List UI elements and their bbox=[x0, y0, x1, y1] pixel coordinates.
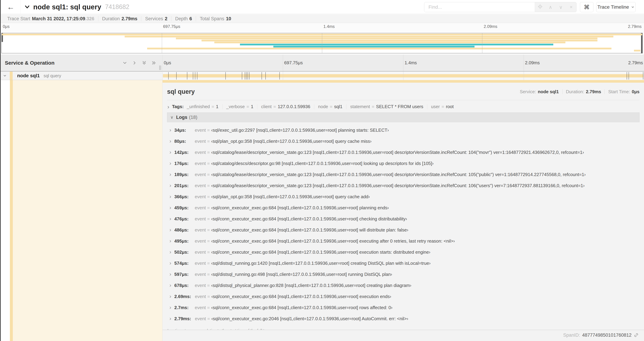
tag-value: 127.0.0.1:59936 bbox=[278, 104, 310, 109]
chevron-right-icon: › bbox=[170, 282, 171, 288]
view-selector-button[interactable]: Trace Timeline bbox=[596, 2, 636, 12]
log-field-value: ‹sql/conn_executor_exec.go:684 [nsql1,cl… bbox=[211, 249, 430, 255]
span-row: node sql1 sql query bbox=[0, 72, 644, 80]
log-entry-row[interactable]: ›597μs:event=‹sql/distsql_running.go:498… bbox=[170, 271, 640, 282]
tag-value: SELECT * FROM users bbox=[376, 104, 423, 109]
duration-value: 2.79ms bbox=[122, 16, 138, 22]
keyboard-shortcuts-button[interactable]: ⌘ bbox=[580, 2, 594, 12]
log-field-value: ‹sql/distsql_running.go:1420 [nsql1,clie… bbox=[211, 261, 430, 266]
total-spans-item: Total Spans 10 bbox=[196, 16, 235, 21]
log-entry-row[interactable]: ›176μs:event=‹sql/catalog/descs/descript… bbox=[170, 160, 640, 171]
log-field-value: ‹sql/catalog/descs/descriptor.go:98 [nsq… bbox=[211, 161, 434, 166]
log-entry-row[interactable]: ›189μs:event=‹sql/catalog/lease/descript… bbox=[170, 171, 640, 182]
back-button[interactable]: ← bbox=[3, 0, 18, 14]
log-entry-row[interactable]: ›574μs:event=‹sql/distsql_running.go:142… bbox=[170, 260, 640, 271]
tag-key: _verbose bbox=[226, 104, 245, 109]
logs-label: Logs bbox=[176, 115, 188, 120]
column-resize-grip[interactable] bbox=[159, 66, 162, 70]
log-entry-row[interactable]: ›495μs:event=‹sql/conn_executor_exec.go:… bbox=[170, 238, 640, 249]
collapse-trace-chevron-icon[interactable] bbox=[24, 4, 30, 10]
log-entry-row[interactable]: ›2.7ms:event=‹sql/conn_executor_exec.go:… bbox=[170, 304, 640, 315]
chevron-right-icon: › bbox=[170, 182, 171, 188]
find-next-icon[interactable]: ∨ bbox=[557, 4, 564, 10]
trace-start-ms: .326 bbox=[85, 16, 94, 21]
deep-link-icon[interactable] bbox=[634, 332, 639, 338]
span-detail-row-tint bbox=[13, 80, 162, 341]
minimap-span-bar bbox=[240, 44, 553, 45]
log-entry-row[interactable]: ›2.79ms:event=‹sql/conn_executor_exec.go… bbox=[170, 315, 640, 327]
span-collapse-chevron-icon[interactable] bbox=[0, 74, 10, 78]
chevron-right-icon: › bbox=[170, 315, 171, 321]
find-clear-icon[interactable]: × bbox=[567, 4, 575, 10]
chevron-right-icon: › bbox=[170, 160, 171, 166]
tag-pair[interactable]: statement=SELECT * FROM users bbox=[346, 104, 427, 109]
expand-all-icon[interactable] bbox=[151, 60, 156, 66]
ruler-tick-label: 0μs bbox=[3, 24, 10, 29]
depth-label: Depth bbox=[175, 16, 188, 22]
expand-one-icon[interactable] bbox=[132, 60, 137, 66]
log-entry-row[interactable]: ›80μs:event=‹sql/plan_opt.go:358 [nsql1,… bbox=[170, 138, 640, 149]
log-tick-mark bbox=[246, 72, 246, 80]
ruler-tick-label: 2.09ms bbox=[525, 60, 540, 66]
log-entry-row[interactable]: ›2.69ms:event=‹sql/conn_executor_exec.go… bbox=[170, 293, 640, 304]
chevron-right-icon: › bbox=[170, 149, 171, 155]
service-value: node sql1 bbox=[538, 89, 559, 94]
trace-minimap: 0μs697.75μs1.4ms2.09ms2.79ms bbox=[0, 23, 644, 55]
log-timestamp: 459μs: bbox=[174, 205, 191, 210]
span-name-cell[interactable]: node sql1 sql query bbox=[0, 72, 162, 80]
span-detail-card: sql query Service: node sql1 Duration: 2… bbox=[162, 83, 644, 330]
chevron-right-icon: › bbox=[170, 227, 171, 233]
chevron-right-icon: › bbox=[170, 293, 171, 299]
find-prev-icon[interactable]: ∧ bbox=[547, 4, 554, 10]
tag-pair[interactable]: node=sql1 bbox=[314, 104, 346, 109]
minimap-canvas[interactable] bbox=[2, 33, 642, 53]
collapse-all-icon[interactable] bbox=[142, 60, 147, 66]
tag-value: sql1 bbox=[334, 104, 342, 109]
chevron-right-icon: › bbox=[170, 260, 171, 266]
logs-accordion-header[interactable]: ∨ Logs (18) bbox=[167, 112, 640, 122]
log-entry-row[interactable]: ›486μs:event=‹sql/conn_executor_exec.go:… bbox=[170, 227, 640, 238]
log-timestamp: 574μs: bbox=[174, 261, 191, 266]
log-entry-row[interactable]: ›366μs:event=‹sql/plan_opt.go:358 [nsql1… bbox=[170, 194, 640, 205]
log-tick-mark bbox=[249, 72, 250, 80]
trace-start-label: Trace Start bbox=[7, 16, 30, 22]
log-field-key: event bbox=[195, 227, 206, 233]
log-entry-row[interactable]: ›476μs:event=‹sql/conn_executor_exec.go:… bbox=[170, 216, 640, 227]
locate-icon[interactable] bbox=[536, 4, 544, 11]
tags-accordion[interactable]: › Tags: _unfinished=1_verbose=1client=12… bbox=[168, 104, 640, 109]
chevron-right-icon: › bbox=[170, 171, 171, 177]
span-id-value: 4877749850101760812 bbox=[582, 332, 632, 338]
log-entry-row[interactable]: ›502μs:event=‹sql/conn_executor_exec.go:… bbox=[170, 249, 640, 260]
logs-footer-note: Log timestamps are relative to the start… bbox=[168, 328, 640, 330]
find-input[interactable] bbox=[424, 2, 535, 12]
collapse-one-icon[interactable] bbox=[122, 60, 128, 66]
log-entry-row[interactable]: ›459μs:event=‹sql/conn_executor_exec.go:… bbox=[170, 205, 640, 216]
equals-sign: = bbox=[442, 104, 444, 109]
minimap-right-drag-handle[interactable] bbox=[641, 33, 642, 53]
log-field-value: ‹sql/catalog/lease/descriptor_version_st… bbox=[211, 183, 584, 188]
duration-label: Duration: bbox=[566, 89, 584, 94]
trace-info-bar: Trace Start March 31 2022, 17:25:09.326 … bbox=[0, 15, 644, 23]
log-tick-mark bbox=[193, 72, 193, 80]
log-entry-row[interactable]: ›678μs:event=‹sql/distsql_physical_plann… bbox=[170, 282, 640, 293]
log-entry-row[interactable]: ›201μs:event=‹sql/catalog/lease/descript… bbox=[170, 182, 640, 194]
trace-timeline-page: ← node sql1: sql query 7418682 ∧ ∨ × ⌘ T… bbox=[0, 0, 644, 341]
tag-pair[interactable]: user=root bbox=[427, 104, 458, 109]
log-entry-row[interactable]: ›34μs:event=‹sql/exec_util.go:2297 [nsql… bbox=[170, 127, 640, 138]
log-entry-row[interactable]: ›142μs:event=‹sql/catalog/lease/descript… bbox=[170, 149, 640, 160]
tag-pair[interactable]: _unfinished=1 bbox=[187, 104, 222, 109]
log-field-key: event bbox=[195, 139, 206, 144]
equals-sign: = bbox=[207, 305, 210, 310]
equals-sign: = bbox=[207, 128, 210, 133]
log-tick-mark bbox=[242, 72, 242, 80]
equals-sign: = bbox=[207, 139, 210, 144]
trace-start-item: Trace Start March 31 2022, 17:25:09.326 bbox=[4, 16, 98, 21]
tag-pair[interactable]: client=127.0.0.1:59936 bbox=[257, 104, 314, 109]
tag-pair[interactable]: _verbose=1 bbox=[222, 104, 257, 109]
chevron-right-icon: › bbox=[170, 127, 171, 133]
timeline-grid-header: Service & Operation 0μs697.75μs1.4ms2.09… bbox=[0, 55, 644, 72]
equals-sign: = bbox=[207, 249, 210, 255]
find-bar: ∧ ∨ × bbox=[424, 2, 576, 12]
equals-sign: = bbox=[273, 104, 276, 109]
chevron-right-icon: › bbox=[170, 249, 171, 255]
